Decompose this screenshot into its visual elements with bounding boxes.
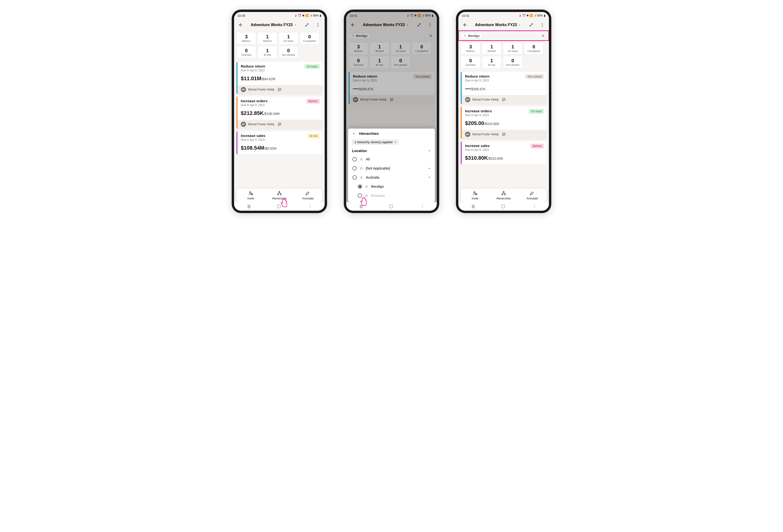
chevron-down-icon	[352, 132, 356, 135]
panel-section[interactable]: Location	[348, 147, 435, 155]
more-button[interactable]	[425, 20, 435, 30]
nav-back[interactable]: 〈	[419, 204, 424, 209]
avatar: MF	[465, 97, 470, 102]
checkin-icon[interactable]	[278, 122, 282, 126]
back-button[interactable]	[236, 20, 246, 30]
clear-filter-button[interactable]: ×	[539, 32, 546, 39]
nav-back[interactable]: 〈	[307, 204, 311, 209]
option-label: Brisbane	[371, 194, 385, 198]
nav-home[interactable]	[501, 205, 505, 208]
action-hierarchies[interactable]: Hierarchies	[489, 191, 518, 200]
hierarchy-option[interactable]: [Not Applicable]	[348, 164, 435, 173]
nav-home[interactable]	[389, 205, 393, 208]
kpi-card[interactable]: 0Not started	[391, 56, 410, 68]
metric-card[interactable]: Reduce return Due in Apr 9, 2023 Not sta…	[349, 72, 434, 104]
kpi-card[interactable]: 3Metrics	[461, 42, 480, 55]
metric-card[interactable]: Increase sales Due in Apr 9, 2023 Behind…	[461, 141, 546, 165]
kpi-card[interactable]: 3Metrics	[237, 32, 256, 44]
hierarchy-option[interactable]: All	[348, 155, 435, 164]
svg-point-21	[360, 178, 361, 178]
radio-button[interactable]	[352, 157, 357, 161]
page-title[interactable]: Adventure Works FY23	[471, 23, 525, 27]
kpi-card[interactable]: 1Behind	[370, 42, 389, 55]
filter-chip[interactable]: Bendigo	[461, 33, 482, 39]
nav-back[interactable]: 〈	[532, 204, 535, 209]
radio-button[interactable]	[352, 166, 357, 170]
page-title[interactable]: Adventure Works FY23	[359, 23, 413, 27]
back-button[interactable]	[460, 20, 470, 30]
kpi-card[interactable]: 1At risk	[257, 46, 277, 59]
applied-slicer-chip[interactable]: 1 hierarchy slicer(s) applied ×	[352, 139, 399, 145]
action-annotate[interactable]: Annotate	[518, 191, 546, 200]
filter-chip[interactable]: Bendigo	[349, 33, 370, 39]
action-invite[interactable]: Invite	[237, 191, 265, 200]
kpi-card[interactable]: 0Not started	[279, 46, 298, 59]
chevron-up-icon[interactable]	[428, 176, 431, 179]
metric-card[interactable]: Reduce return Due in Apr 9, 2023 On trac…	[237, 62, 322, 94]
more-vertical-icon	[317, 23, 318, 27]
status-icons: ⚷ ⏰ ✱ 📶 .ıl86%▮	[295, 14, 321, 17]
checkin-icon[interactable]	[502, 98, 506, 101]
kpi-card[interactable]: 1On track	[391, 42, 410, 55]
phone-frame-3: 10:41 ⚷ ⏰ ✱ 📶 .ıl86%▮ Adventure Works FY…	[456, 9, 551, 213]
android-nav: ||| 〈	[458, 202, 549, 211]
page-title[interactable]: Adventure Works FY23	[247, 23, 301, 27]
hierarchy-option[interactable]: Bendigo	[348, 182, 435, 191]
kpi-card[interactable]: 3Metrics	[349, 42, 368, 55]
phone-frame-2: 10:41 ⚷ ⏰ ✱ 📶 .ıl86%▮ Adventure Works FY…	[344, 9, 439, 213]
kpi-card[interactable]: 0Overdue	[237, 46, 256, 59]
nav-recent[interactable]: |||	[472, 204, 475, 208]
checkin-icon[interactable]	[502, 132, 506, 136]
metric-card[interactable]: Increase orders Due in Apr 9, 2023 On tr…	[461, 106, 546, 139]
avatar: MF	[465, 132, 470, 137]
metric-card[interactable]: Reduce return Due in Apr 9, 2023 Not sta…	[461, 72, 546, 104]
kpi-card[interactable]: 0Overdue	[349, 56, 368, 68]
kpi-card[interactable]: 0Completed	[300, 32, 319, 44]
svg-point-18	[360, 169, 361, 169]
kpi-card[interactable]: 1On track	[279, 32, 298, 44]
kpi-card[interactable]: 1Behind	[482, 42, 501, 55]
checkin-icon[interactable]	[278, 88, 282, 92]
chevron-down-icon	[294, 24, 297, 26]
radio-button[interactable]	[358, 185, 362, 189]
action-hierarchies[interactable]: Hierarchies	[265, 191, 293, 200]
expand-button[interactable]	[526, 20, 536, 30]
expand-icon	[417, 23, 421, 27]
option-label: Australia	[366, 175, 379, 179]
svg-point-29	[542, 23, 542, 24]
more-button[interactable]	[313, 20, 323, 30]
metric-card[interactable]: Increase sales Due in Apr 9, 2023 At ris…	[237, 131, 322, 155]
panel-header[interactable]: Hierarchies	[348, 129, 435, 138]
kpi-card[interactable]: 0Overdue	[461, 56, 480, 68]
status-bar: 10:41 ⚷ ⏰ ✱ 📶 .ıl86%▮	[458, 12, 549, 19]
checkin-icon[interactable]	[390, 98, 394, 101]
metric-card[interactable]: Increase orders Due in Apr 9, 2023 Behin…	[237, 97, 322, 129]
expand-button[interactable]	[414, 20, 424, 30]
back-button[interactable]	[348, 20, 358, 30]
action-invite[interactable]: Invite	[461, 191, 489, 200]
expand-button[interactable]	[302, 20, 312, 30]
action-annotate[interactable]: Annotate	[294, 191, 322, 200]
owner-name: Michal Foster Heldy	[248, 88, 274, 91]
close-icon[interactable]: ×	[395, 140, 396, 144]
chevron-down-icon[interactable]	[428, 167, 431, 170]
nav-recent[interactable]: |||	[248, 204, 250, 208]
svg-point-15	[360, 160, 361, 160]
action-label: Invite	[472, 197, 478, 200]
kpi-card[interactable]: 0Completed	[524, 42, 544, 55]
more-button[interactable]	[537, 20, 547, 30]
hierarchy-option[interactable]: Australia	[348, 173, 435, 182]
kpi-card[interactable]: 1At risk	[482, 56, 501, 68]
kpi-card[interactable]: 0Not started	[503, 56, 523, 68]
section-label: Location	[352, 149, 367, 153]
kpi-card[interactable]: 1On track	[503, 42, 523, 55]
clear-filter-button[interactable]: ×	[427, 32, 434, 39]
kpi-card[interactable]: 1At risk	[370, 56, 389, 68]
svg-point-9	[430, 25, 430, 25]
kpi-card[interactable]: 0Completed	[412, 42, 432, 55]
kpi-card[interactable]: 1Behind	[257, 32, 277, 44]
svg-point-38	[502, 194, 503, 195]
expand-icon	[529, 23, 533, 27]
radio-button[interactable]	[352, 175, 357, 179]
phone-frame-1: 10:39 ⚷ ⏰ ✱ 📶 .ıl86%▮ Adventure Works FY…	[232, 9, 327, 213]
